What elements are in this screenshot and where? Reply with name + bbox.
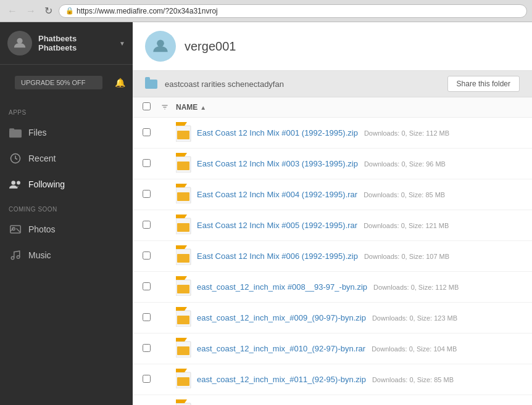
file-meta-0: Downloads: 0, Size: 112 MB — [364, 129, 449, 137]
row-check-0 — [143, 128, 161, 138]
svg-point-4 — [11, 181, 15, 185]
file-name-1[interactable]: East Coast 12 Inch Mix #003 (1993-1995).… — [197, 159, 358, 168]
sidebar-item-recent[interactable]: Recent — [0, 145, 133, 171]
file-meta-3: Downloads: 0, Size: 121 MB — [364, 222, 449, 229]
file-list-container: NAME ▲ East Coast 12 Inch Mix #001 (1992… — [133, 97, 532, 405]
svg-rect-1 — [9, 129, 22, 137]
row-check-7 — [143, 344, 161, 354]
user-dropdown-icon: ▼ — [119, 40, 125, 47]
back-button[interactable]: ← — [5, 4, 20, 18]
file-name-7[interactable]: east_coast_12_inch_mix_#010_(92-97)-byn.… — [197, 344, 365, 353]
file-icon-7 — [176, 338, 197, 359]
svg-marker-27 — [176, 276, 187, 280]
file-meta-1: Downloads: 0, Size: 96 MB — [364, 160, 446, 168]
file-icon-4 — [176, 245, 197, 267]
file-checkbox-6[interactable] — [143, 313, 151, 321]
file-info-5: east_coast_12_inch_mix #008__93-97_-byn.… — [197, 282, 522, 292]
file-name-0[interactable]: East Coast 12 Inch Mix #001 (1992-1995).… — [197, 128, 358, 137]
sidebar-item-following[interactable]: Following — [0, 171, 133, 197]
forward-button[interactable]: → — [23, 4, 38, 18]
table-row: East Coast 12 Inch Mix #004 (1992-1995).… — [133, 179, 532, 210]
svg-rect-2 — [9, 128, 14, 130]
sort-arrow-icon: ▲ — [200, 104, 206, 111]
sidebar-label-music: Music — [28, 250, 51, 260]
app-layout: Phatbeets Phatbeets ▼ UPGRADE 50% OFF 🔔 … — [0, 22, 532, 405]
file-info-1: East Coast 12 Inch Mix #003 (1993-1995).… — [197, 159, 522, 168]
sidebar-user[interactable]: Phatbeets Phatbeets ▼ — [0, 22, 133, 65]
main-content: verge001 eastcoast rarities schenectadyf… — [133, 22, 532, 405]
header-sort — [161, 103, 176, 112]
photos-icon — [9, 223, 22, 236]
sidebar-item-music[interactable]: Music — [0, 242, 133, 268]
file-icon-2 — [176, 184, 197, 205]
svg-marker-18 — [176, 184, 187, 187]
clock-icon — [9, 152, 22, 165]
row-check-4 — [143, 252, 161, 261]
svg-marker-30 — [176, 307, 187, 311]
file-name-6[interactable]: east_coast_12_inch_mix_#009_(90-97)-byn.… — [197, 313, 366, 322]
table-row: East Coast 12 Inch Mix #005 (1992-1995).… — [133, 210, 532, 241]
file-info-4: East Coast 12 Inch Mix #006 (1992-1995).… — [197, 252, 522, 261]
svg-point-0 — [17, 38, 22, 44]
svg-marker-15 — [176, 153, 187, 157]
file-info-3: East Coast 12 Inch Mix #005 (1992-1995).… — [197, 221, 522, 230]
file-name-4[interactable]: East Coast 12 Inch Mix #006 (1992-1995).… — [197, 252, 358, 261]
file-info-6: east_coast_12_inch_mix_#009_(90-97)-byn.… — [197, 313, 522, 322]
file-checkbox-4[interactable] — [143, 252, 151, 260]
table-row: east_coast_12_inch_mix_#011_(92-95)-byn.… — [133, 364, 532, 395]
file-icon-8 — [176, 369, 197, 390]
file-checkbox-3[interactable] — [143, 221, 151, 229]
refresh-button[interactable]: ↻ — [42, 4, 55, 18]
content-username: verge001 — [185, 39, 236, 54]
file-meta-4: Downloads: 0, Size: 107 MB — [364, 253, 449, 260]
file-meta-6: Downloads: 0, Size: 123 MB — [372, 314, 457, 322]
file-checkbox-2[interactable] — [143, 190, 151, 198]
upgrade-button[interactable]: UPGRADE 50% OFF — [15, 76, 102, 89]
file-icon-1 — [176, 153, 197, 174]
address-bar[interactable]: 🔒 https://www.mediafire.com/?20x34a31nvr… — [59, 4, 527, 18]
file-list-header: NAME ▲ — [133, 97, 532, 118]
svg-marker-12 — [176, 122, 187, 126]
file-info-8: east_coast_12_inch_mix_#011_(92-95)-byn.… — [197, 375, 522, 384]
svg-rect-28 — [177, 285, 189, 293]
file-name-2[interactable]: East Coast 12 Inch Mix #004 (1992-1995).… — [197, 190, 357, 199]
header-name[interactable]: NAME ▲ — [176, 103, 522, 112]
row-check-6 — [143, 313, 161, 323]
section-label-apps: APPS — [0, 100, 133, 120]
table-row: east_coast_12_inch_mix #008__93-97_-byn.… — [133, 272, 532, 303]
table-row: east_coast_12_inch_mix_#012_(92-97)-byn.… — [133, 395, 532, 405]
table-row: East Coast 12 Inch Mix #006 (1992-1995).… — [133, 241, 532, 272]
file-icon-9 — [176, 399, 197, 405]
file-name-5[interactable]: east_coast_12_inch_mix #008__93-97_-byn.… — [197, 282, 367, 292]
svg-rect-13 — [177, 131, 189, 139]
file-checkbox-8[interactable] — [143, 375, 151, 383]
file-name-3[interactable]: East Coast 12 Inch Mix #005 (1992-1995).… — [197, 221, 357, 230]
folder-name: eastcoast rarities schenectadyfan — [165, 80, 284, 89]
file-icon-3 — [176, 215, 197, 236]
sidebar-label-recent: Recent — [28, 153, 56, 163]
file-checkbox-1[interactable] — [143, 159, 151, 167]
file-checkbox-5[interactable] — [143, 282, 151, 290]
svg-rect-25 — [177, 254, 189, 263]
file-icon-0 — [176, 122, 197, 144]
file-info-7: east_coast_12_inch_mix_#010_(92-97)-byn.… — [197, 344, 522, 353]
bell-icon[interactable]: 🔔 — [115, 78, 125, 88]
table-row: East Coast 12 Inch Mix #003 (1993-1995).… — [133, 149, 532, 179]
url-text: https://www.mediafire.com/?20x34a31nvroj — [77, 7, 218, 15]
file-meta-5: Downloads: 0, Size: 112 MB — [373, 284, 459, 291]
following-icon — [9, 178, 22, 191]
svg-rect-16 — [177, 162, 189, 170]
file-meta-7: Downloads: 0, Size: 104 MB — [372, 345, 457, 353]
sidebar-item-photos[interactable]: Photos — [0, 216, 133, 242]
select-all-checkbox[interactable] — [143, 102, 151, 110]
sidebar-item-files[interactable]: Files — [0, 120, 133, 145]
sidebar: Phatbeets Phatbeets ▼ UPGRADE 50% OFF 🔔 … — [0, 22, 133, 405]
svg-rect-19 — [177, 192, 189, 201]
file-checkbox-7[interactable] — [143, 344, 151, 352]
share-folder-button[interactable]: Share this folder — [447, 76, 520, 92]
file-icon-5 — [176, 276, 197, 298]
file-name-8[interactable]: east_coast_12_inch_mix_#011_(92-95)-byn.… — [197, 375, 366, 384]
file-checkbox-0[interactable] — [143, 128, 151, 136]
row-check-2 — [143, 190, 161, 200]
svg-marker-36 — [176, 369, 187, 372]
